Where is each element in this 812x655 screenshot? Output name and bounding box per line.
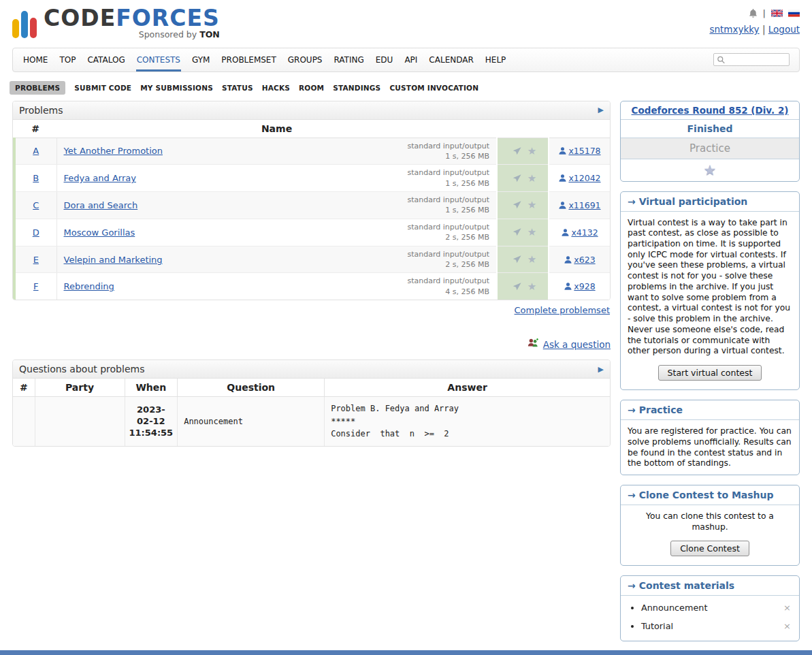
- nav-calendar[interactable]: CALENDAR: [428, 48, 474, 71]
- submit-plane-icon[interactable]: [512, 227, 522, 237]
- q-col-answer: Answer: [325, 379, 610, 397]
- col-header-solved: [549, 120, 610, 138]
- problem-row-e: E Velepin and Marketing standard input/o…: [14, 246, 610, 273]
- ru-flag-icon[interactable]: [788, 10, 800, 17]
- problems-box: Problems ▶ # Name A Yet Another Promotio…: [12, 101, 611, 301]
- sidebar: Codeforces Round 852 (Div. 2) Finished P…: [620, 101, 800, 652]
- problem-name-link[interactable]: Fedya and Array: [64, 173, 136, 183]
- tab-custom-invocation[interactable]: CUSTOM INVOCATION: [389, 84, 478, 92]
- person-icon: [561, 227, 571, 238]
- question-num: [13, 397, 35, 446]
- submit-plane-icon[interactable]: [512, 282, 522, 291]
- tab-room[interactable]: ROOM: [299, 84, 324, 92]
- bell-icon[interactable]: [749, 8, 758, 18]
- uk-flag-icon[interactable]: [771, 10, 783, 17]
- solved-count-link[interactable]: x11691: [568, 200, 600, 210]
- solved-count-link[interactable]: x928: [574, 281, 595, 291]
- favorite-star-icon[interactable]: ★: [527, 226, 536, 238]
- codeforces-logo[interactable]: CODEFORCES Sponsored by TON: [12, 7, 220, 39]
- ask-question-link[interactable]: Ask a question: [543, 339, 611, 350]
- nav-problemset[interactable]: PROBLEMSET: [221, 48, 276, 71]
- contest-favorite-star-icon[interactable]: ★: [704, 162, 717, 178]
- virtual-participation-box: →Virtual participation Virtual contest i…: [620, 191, 800, 391]
- problem-row-c: C Dora and Search standard input/output1…: [14, 192, 610, 219]
- tab-submit-code[interactable]: SUBMIT CODE: [74, 84, 131, 92]
- close-icon[interactable]: ×: [782, 603, 792, 613]
- tab-problems[interactable]: PROBLEMS: [10, 81, 65, 95]
- nav-gym[interactable]: GYM: [191, 48, 210, 71]
- submit-plane-icon[interactable]: [512, 255, 522, 264]
- solved-count-link[interactable]: x623: [574, 255, 595, 265]
- clone-mashup-caption: →Clone Contest to Mashup: [621, 485, 799, 505]
- problem-name-link[interactable]: Yet Another Promotion: [64, 146, 163, 156]
- ask-question-icon: [527, 338, 539, 351]
- material-item: Announcement ×: [641, 598, 799, 617]
- problem-name-link[interactable]: Rebrending: [64, 281, 114, 291]
- contest-sub-menu: PROBLEMS SUBMIT CODE MY SUBMISSIONS STAT…: [10, 81, 800, 95]
- problem-limits: standard input/output2 s, 256 MB: [385, 219, 497, 246]
- favorite-star-icon[interactable]: ★: [527, 199, 536, 211]
- nav-edu[interactable]: EDU: [375, 48, 394, 71]
- user-links: sntmxykky | Logout: [709, 24, 800, 35]
- favorite-star-icon[interactable]: ★: [527, 253, 536, 266]
- close-icon[interactable]: ×: [782, 621, 792, 631]
- submit-plane-icon[interactable]: [512, 200, 522, 210]
- contest-title-link[interactable]: Codeforces Round 852 (Div. 2): [632, 105, 789, 116]
- solved-count-link[interactable]: x12042: [568, 173, 600, 183]
- col-header-name: Name: [56, 120, 497, 138]
- start-virtual-contest-button[interactable]: Start virtual contest: [658, 365, 762, 381]
- problem-letter-link[interactable]: F: [33, 281, 38, 291]
- q-col-index: #: [13, 379, 35, 397]
- problem-letter-link[interactable]: A: [33, 146, 39, 156]
- nav-contests[interactable]: CONTESTS: [136, 48, 181, 71]
- submit-plane-icon[interactable]: [512, 174, 522, 183]
- nav-catalog[interactable]: CATALOG: [86, 48, 125, 71]
- contest-materials-caption: →Contest materials: [621, 576, 799, 596]
- footer-bar: [0, 650, 812, 655]
- material-announcement-link[interactable]: Announcement: [641, 603, 707, 613]
- problem-letter-link[interactable]: D: [33, 227, 39, 238]
- col-header-index: #: [14, 120, 56, 138]
- favorite-star-icon[interactable]: ★: [527, 172, 536, 185]
- clone-contest-button[interactable]: Clone Contest: [670, 541, 749, 556]
- tab-hacks[interactable]: HACKS: [262, 84, 290, 92]
- problem-name-link[interactable]: Velepin and Marketing: [64, 255, 163, 265]
- questions-caption-bar: Questions about problems ▶: [13, 360, 610, 379]
- problem-name-link[interactable]: Moscow Gorillas: [64, 227, 135, 238]
- material-tutorial-link[interactable]: Tutorial: [641, 621, 673, 631]
- nav-rating[interactable]: RATING: [333, 48, 364, 71]
- nav-groups[interactable]: GROUPS: [287, 48, 323, 71]
- question-text: Announcement: [178, 397, 325, 446]
- nav-help[interactable]: HELP: [485, 48, 507, 71]
- logo-forces: FORCES: [116, 5, 220, 31]
- main-menu: HOME TOP CATALOG CONTESTS GYM PROBLEMSET…: [12, 48, 800, 72]
- sponsored-by: Sponsored by TON: [44, 31, 220, 39]
- tab-status[interactable]: STATUS: [222, 84, 253, 92]
- problem-letter-link[interactable]: C: [33, 200, 39, 210]
- favorite-star-icon[interactable]: ★: [527, 281, 536, 293]
- solved-count-link[interactable]: x15178: [568, 146, 600, 156]
- tab-standings[interactable]: STANDINGS: [333, 84, 380, 92]
- collapse-arrow-icon[interactable]: ▶: [598, 106, 604, 114]
- nav-api[interactable]: API: [404, 48, 418, 71]
- clone-mashup-text: You can clone this contest to a mashup.: [621, 505, 799, 538]
- tab-my-submissions[interactable]: MY SUBMISSIONS: [140, 84, 213, 92]
- nav-home[interactable]: HOME: [22, 48, 48, 71]
- solved-count-link[interactable]: x4132: [571, 227, 598, 238]
- person-icon: [558, 146, 568, 156]
- username-link[interactable]: sntmxykky: [709, 24, 759, 35]
- favorite-star-icon[interactable]: ★: [527, 145, 536, 157]
- problem-letter-link[interactable]: B: [33, 173, 39, 183]
- nav-top[interactable]: TOP: [59, 48, 76, 71]
- questions-box: Questions about problems ▶ # Party When …: [12, 360, 611, 447]
- collapse-arrow-icon[interactable]: ▶: [598, 365, 604, 374]
- col-header-actions: [497, 120, 549, 138]
- complete-problemset-link[interactable]: Complete problemset: [515, 305, 610, 315]
- submit-plane-icon[interactable]: [512, 146, 522, 156]
- logout-link[interactable]: Logout: [768, 24, 800, 35]
- problem-name-link[interactable]: Dora and Search: [64, 200, 138, 210]
- arrow-icon: →: [628, 580, 636, 591]
- problem-letter-link[interactable]: E: [33, 255, 39, 265]
- practice-caption: →Practice: [621, 400, 799, 420]
- page-header: CODEFORCES Sponsored by TON |: [0, 0, 812, 39]
